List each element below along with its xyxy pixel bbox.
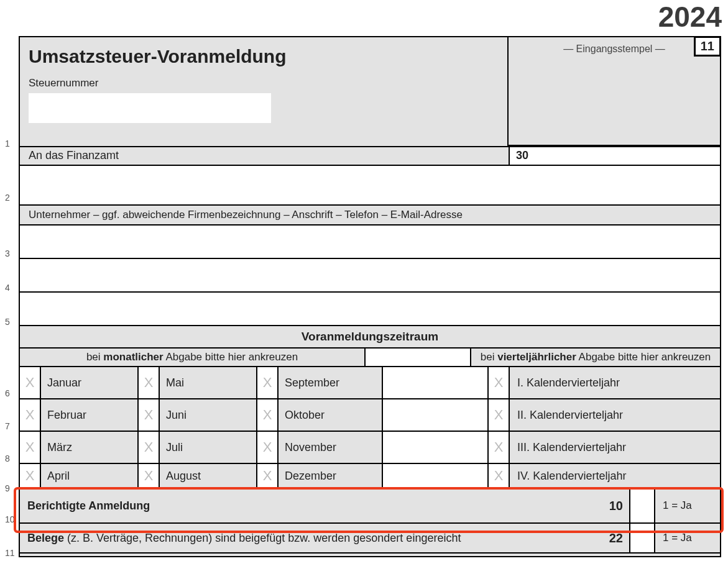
- month-row-1: XJanuar XMai XSeptember XI. Kalendervier…: [20, 366, 720, 398]
- period-header: Voranmeldungszeitraum: [20, 325, 720, 347]
- lineno-1: 1: [5, 139, 10, 148]
- label-q2: II. Kalendervierteljahr: [510, 399, 720, 431]
- quarterly-sublabel: bei vierteljährlicher Abgabe bitte hier …: [471, 349, 720, 366]
- header-left: Umsatzsteuer-Voranmeldung Steuernummer: [20, 37, 509, 146]
- monthly-prefix: bei: [86, 351, 103, 363]
- blank-row-5[interactable]: [20, 291, 720, 325]
- belege-hint: 1 = Ja: [655, 524, 720, 552]
- label-jan: Januar: [41, 367, 139, 398]
- row-belege: Belege (z. B. Verträge, Rechnungen) sind…: [20, 522, 720, 552]
- monthly-bold: monatlicher: [103, 351, 163, 363]
- lineno-9: 9: [5, 483, 10, 493]
- monthly-sublabel: bei monatlicher Abgabe bitte hier ankreu…: [20, 349, 366, 366]
- belege-input[interactable]: [629, 524, 655, 552]
- checkbox-q2[interactable]: X: [489, 399, 510, 431]
- label-mar: März: [41, 432, 139, 463]
- belege-bold: Belege: [27, 532, 64, 544]
- lineno-6: 6: [5, 388, 10, 398]
- label-sep: September: [279, 367, 383, 398]
- gap-2: [383, 399, 489, 431]
- month-row-2: XFebruar XJuni XOktober XII. Kalendervie…: [20, 398, 720, 431]
- belege-rest: (z. B. Verträge, Rechnungen) sind beigef…: [64, 532, 461, 544]
- checkbox-jul[interactable]: X: [139, 432, 160, 463]
- gap-3: [383, 432, 489, 463]
- checkbox-feb[interactable]: X: [20, 399, 41, 431]
- checkbox-apr[interactable]: X: [20, 464, 41, 488]
- berichtigte-label: Berichtigte Anmeldung: [20, 489, 589, 522]
- checkbox-q3[interactable]: X: [489, 432, 510, 463]
- checkbox-dez[interactable]: X: [257, 464, 279, 488]
- label-feb: Februar: [41, 399, 139, 431]
- checkbox-jan[interactable]: X: [20, 367, 41, 398]
- page: 2024 Umsatzsteuer-Voranmeldung Steuernum…: [0, 0, 728, 579]
- monthly-suffix: Abgabe bitte hier ankreuzen: [164, 351, 298, 363]
- year-label: 2024: [658, 0, 722, 34]
- row-berichtigte: Berichtigte Anmeldung 10 1 = Ja: [20, 488, 720, 522]
- checkbox-mar[interactable]: X: [20, 432, 41, 463]
- blank-row-3[interactable]: [20, 224, 720, 258]
- label-q3: III. Kalendervierteljahr: [510, 432, 720, 463]
- checkbox-jun[interactable]: X: [139, 399, 160, 431]
- header-row: Umsatzsteuer-Voranmeldung Steuernummer —…: [20, 37, 720, 146]
- checkbox-q4[interactable]: X: [489, 464, 510, 488]
- gap-4: [383, 464, 489, 488]
- gap-header: [366, 349, 471, 366]
- month-row-4: XApril XAugust XDezember XIV. Kalendervi…: [20, 463, 720, 488]
- steuernummer-label: Steuernummer: [29, 77, 499, 89]
- lineno-11: 11: [5, 548, 15, 558]
- period-subheader: bei monatlicher Abgabe bitte hier ankreu…: [20, 347, 720, 366]
- label-dez: Dezember: [279, 464, 383, 488]
- lineno-7: 7: [5, 421, 10, 431]
- quarterly-bold: vierteljährlicher: [497, 351, 576, 363]
- lineno-8: 8: [5, 454, 10, 463]
- label-mai: Mai: [160, 367, 257, 398]
- berichtigte-input[interactable]: [629, 489, 655, 522]
- header-right: — Eingangsstempel — 11: [509, 37, 720, 146]
- lineno-10: 10: [5, 514, 15, 524]
- finanzamt-row: An das Finanzamt 30: [20, 146, 720, 165]
- checkbox-nov[interactable]: X: [257, 432, 279, 463]
- finanzamt-code: 30: [509, 147, 720, 165]
- label-aug: August: [160, 464, 257, 488]
- form-title: Umsatzsteuer-Voranmeldung: [29, 46, 499, 67]
- blank-row-2[interactable]: [20, 165, 720, 204]
- label-okt: Oktober: [279, 399, 383, 431]
- checkbox-okt[interactable]: X: [257, 399, 279, 431]
- checkbox-sep[interactable]: X: [257, 367, 279, 398]
- form-container: Umsatzsteuer-Voranmeldung Steuernummer —…: [19, 36, 721, 557]
- belege-label: Belege (z. B. Verträge, Rechnungen) sind…: [20, 524, 589, 552]
- unternehmer-label-row: Unternehmer – ggf. abweichende Firmenbez…: [20, 204, 720, 224]
- trailing-edge: [20, 552, 720, 556]
- checkbox-q1[interactable]: X: [489, 367, 510, 398]
- lineno-4: 4: [5, 283, 10, 293]
- lineno-2: 2: [5, 193, 10, 203]
- label-apr: April: [41, 464, 139, 488]
- belege-code: 22: [589, 524, 629, 552]
- steuernummer-input[interactable]: [29, 93, 271, 123]
- checkbox-mai[interactable]: X: [139, 367, 160, 398]
- label-q1: I. Kalendervierteljahr: [510, 367, 720, 398]
- lineno-3: 3: [5, 248, 10, 258]
- quarterly-prefix: bei: [481, 351, 497, 363]
- corner-code-box: 11: [694, 36, 721, 57]
- label-jun: Juni: [160, 399, 257, 431]
- label-jul: Juli: [160, 432, 257, 463]
- stamp-label: — Eingangsstempel —: [509, 43, 720, 55]
- month-row-3: XMärz XJuli XNovember XIII. Kalendervier…: [20, 431, 720, 463]
- label-nov: November: [279, 432, 383, 463]
- label-q4: IV. Kalendervierteljahr: [510, 464, 720, 488]
- gap-1: [383, 367, 489, 398]
- checkbox-aug[interactable]: X: [139, 464, 160, 488]
- berichtigte-hint: 1 = Ja: [655, 489, 720, 522]
- blank-row-4[interactable]: [20, 258, 720, 291]
- finanzamt-label: An das Finanzamt: [20, 147, 509, 165]
- quarterly-suffix: Abgabe bitte hier ankreuzen: [576, 351, 711, 363]
- berichtigte-code: 10: [589, 489, 629, 522]
- lineno-5: 5: [5, 317, 10, 327]
